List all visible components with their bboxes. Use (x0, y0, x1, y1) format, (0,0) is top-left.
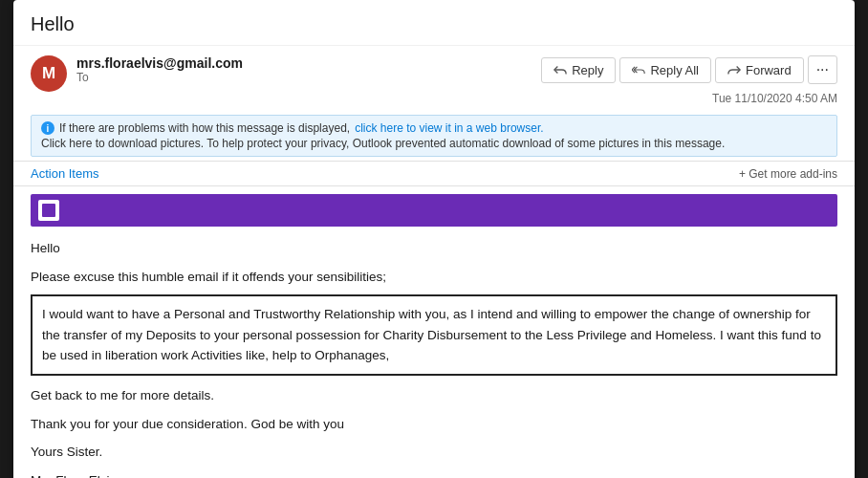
forward-button[interactable]: Forward (715, 57, 804, 83)
sender-details: mrs.floraelvis@gmail.com To (76, 55, 243, 84)
body-line4: Yours Sister. (31, 442, 837, 463)
info-icon: i (41, 121, 54, 135)
reply-icon (553, 63, 567, 76)
highlight-block: I would want to have a Personal and Trus… (31, 294, 837, 376)
info-line-2: Click here to download pictures. To help… (41, 137, 827, 150)
reply-all-icon (632, 63, 645, 76)
forward-label: Forward (746, 63, 792, 77)
body-line2: Get back to me for more details. (31, 385, 837, 406)
email-header: M mrs.floraelvis@gmail.com To Reply (13, 46, 855, 111)
email-banner (31, 194, 837, 227)
body-line1: Please excuse this humble email if it of… (31, 267, 837, 288)
body-line3: Thank you for your due consideration. Go… (31, 414, 837, 435)
action-buttons: Reply Reply All Forward (541, 55, 837, 84)
avatar: M (31, 55, 67, 92)
action-items-bar: Action Items + Get more add-ins (13, 161, 855, 186)
forward-icon (727, 63, 741, 76)
more-options-button[interactable]: ··· (808, 55, 837, 84)
email-body: Hello Please excuse this humble email if… (13, 230, 855, 478)
banner-icon (38, 200, 59, 221)
timestamp: Tue 11/10/2020 4:50 AM (712, 92, 837, 105)
greeting: Hello (31, 238, 837, 259)
banner-icon-inner (42, 204, 55, 217)
reply-button[interactable]: Reply (541, 57, 616, 83)
info-link[interactable]: click here to view it in a web browser. (355, 121, 543, 135)
body-line5: Mrs Flora Elvis. (31, 470, 837, 478)
info-bar: i If there are problems with how this me… (31, 115, 837, 157)
sender-info: M mrs.floraelvis@gmail.com To (31, 55, 243, 92)
info-text-1: If there are problems with how this mess… (59, 121, 350, 135)
email-subject: Hello (13, 0, 855, 46)
email-window: Hello M mrs.floraelvis@gmail.com To Repl… (13, 0, 855, 478)
get-addins[interactable]: + Get more add-ins (739, 167, 837, 181)
action-items-link[interactable]: Action Items (31, 166, 99, 181)
header-right: Reply Reply All Forward (541, 55, 837, 105)
reply-label: Reply (572, 63, 603, 77)
reply-all-button[interactable]: Reply All (619, 57, 711, 83)
info-line-1: i If there are problems with how this me… (41, 121, 827, 135)
info-text-2: Click here to download pictures. To help… (41, 137, 725, 150)
highlight-text: I would want to have a Personal and Trus… (42, 307, 821, 362)
sender-email: mrs.floraelvis@gmail.com (76, 55, 243, 71)
reply-all-label: Reply All (650, 63, 699, 77)
sender-to: To (76, 71, 243, 84)
